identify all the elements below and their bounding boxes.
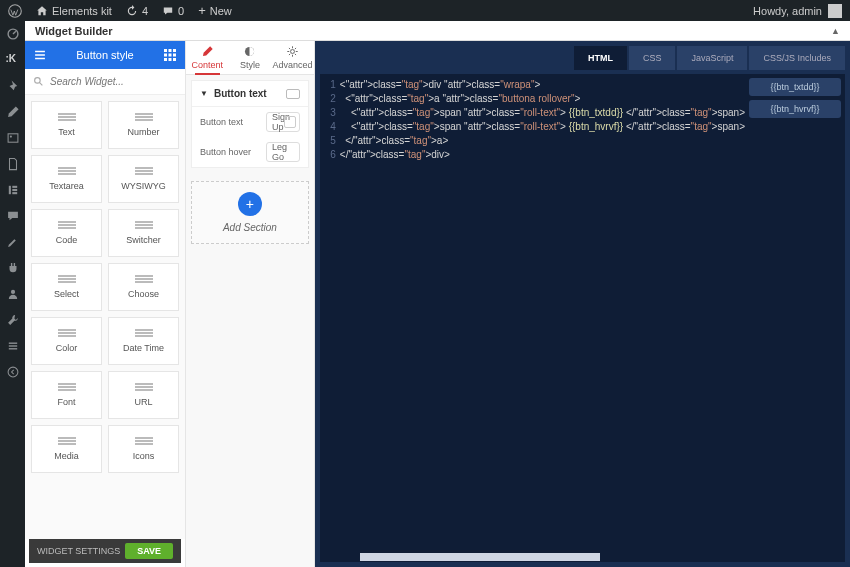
svg-point-8 bbox=[10, 290, 14, 294]
svg-rect-9 bbox=[8, 343, 16, 344]
widget-choose[interactable]: Choose bbox=[108, 263, 179, 311]
nav-tools-icon[interactable] bbox=[6, 313, 20, 327]
caret-down-icon: ▼ bbox=[200, 89, 208, 98]
widget-code[interactable]: Code bbox=[31, 209, 102, 257]
widget-settings-label[interactable]: WIDGET SETTINGS bbox=[37, 546, 120, 556]
widgets-footer: WIDGET SETTINGS SAVE bbox=[29, 539, 181, 563]
svg-rect-18 bbox=[173, 54, 176, 57]
main-area: Widget Builder ▲ Button style TextNumber… bbox=[25, 21, 850, 567]
howdy-text[interactable]: Howdy, admin bbox=[753, 5, 822, 17]
comments-link[interactable]: 0 bbox=[162, 5, 184, 17]
section-header[interactable]: ▼ Button text bbox=[192, 81, 308, 107]
svg-rect-10 bbox=[8, 345, 16, 346]
widget-icons[interactable]: Icons bbox=[108, 425, 179, 473]
widget-switcher[interactable]: Switcher bbox=[108, 209, 179, 257]
code-editor[interactable]: 123456 <"attr">class="tag">div "attr">cl… bbox=[320, 74, 745, 552]
field-input[interactable]: Leg Go bbox=[266, 142, 300, 162]
widget-font[interactable]: Font bbox=[31, 371, 102, 419]
variable-pill[interactable]: {{btn_txtdd}} bbox=[749, 78, 841, 96]
nav-elementor-icon[interactable] bbox=[6, 183, 20, 197]
search-icon bbox=[33, 76, 44, 87]
collapse-icon[interactable]: ▲ bbox=[831, 26, 840, 36]
widget-wysiwyg[interactable]: WYSIWYG bbox=[108, 155, 179, 203]
svg-rect-13 bbox=[164, 49, 167, 52]
tab-style[interactable]: Style bbox=[229, 41, 272, 74]
code-tabs: HTMLCSSJavaScriptCSS/JS Includes bbox=[320, 46, 845, 70]
widget-search bbox=[25, 69, 185, 95]
site-link[interactable]: Elements kit bbox=[36, 5, 112, 17]
svg-rect-6 bbox=[12, 189, 17, 191]
code-tab-javascript[interactable]: JavaScript bbox=[677, 46, 747, 70]
nav-pages-icon[interactable] bbox=[6, 157, 20, 171]
svg-point-3 bbox=[9, 136, 11, 138]
svg-rect-11 bbox=[8, 348, 16, 349]
nav-plugins-icon[interactable] bbox=[6, 261, 20, 275]
config-tabs: ContentStyleAdvanced bbox=[186, 41, 314, 75]
svg-point-12 bbox=[8, 367, 18, 377]
admin-bar: Elements kit 4 0 +New Howdy, admin bbox=[0, 0, 850, 21]
field-input[interactable]: Sign Up bbox=[266, 112, 300, 132]
nav-dashboard-icon[interactable] bbox=[6, 27, 20, 41]
svg-point-0 bbox=[9, 4, 22, 17]
svg-point-24 bbox=[291, 50, 295, 54]
builder-titlebar: Widget Builder ▲ bbox=[25, 21, 850, 41]
nav-ek-icon[interactable]: :K bbox=[6, 53, 20, 67]
code-tab-html[interactable]: HTML bbox=[574, 46, 627, 70]
svg-rect-5 bbox=[12, 186, 17, 188]
new-link[interactable]: +New bbox=[198, 3, 232, 18]
dynamic-icon[interactable] bbox=[284, 116, 296, 128]
config-panel: ContentStyleAdvanced ▼ Button text Butto… bbox=[186, 41, 315, 567]
nav-posts-icon[interactable] bbox=[6, 105, 20, 119]
svg-rect-2 bbox=[8, 134, 18, 142]
widget-media[interactable]: Media bbox=[31, 425, 102, 473]
svg-rect-4 bbox=[8, 186, 10, 194]
widgets-panel: Button style TextNumberTextareaWYSIWYGCo… bbox=[25, 41, 186, 567]
field-button-text: Button textSign Up bbox=[192, 107, 308, 137]
code-tab-css[interactable]: CSS bbox=[629, 46, 676, 70]
section-action-icon[interactable] bbox=[286, 89, 300, 99]
svg-point-22 bbox=[35, 78, 41, 84]
wp-side-nav: :K bbox=[0, 21, 25, 567]
widget-url[interactable]: URL bbox=[108, 371, 179, 419]
add-section-label: Add Section bbox=[223, 222, 277, 233]
variables-list: {{btn_txtdd}}{{btn_hvrvf}} bbox=[745, 74, 845, 552]
horizontal-scrollbar[interactable] bbox=[320, 552, 845, 562]
svg-rect-19 bbox=[164, 58, 167, 61]
updates-link[interactable]: 4 bbox=[126, 5, 148, 17]
menu-icon[interactable] bbox=[33, 48, 47, 62]
grid-icon[interactable] bbox=[163, 48, 177, 62]
svg-rect-16 bbox=[164, 54, 167, 57]
widgets-header-title: Button style bbox=[47, 49, 163, 61]
widget-color[interactable]: Color bbox=[31, 317, 102, 365]
tab-content[interactable]: Content bbox=[186, 41, 229, 74]
variable-pill[interactable]: {{btn_hvrvf}} bbox=[749, 100, 841, 118]
nav-collapse-icon[interactable] bbox=[6, 365, 20, 379]
svg-rect-21 bbox=[173, 58, 176, 61]
widgets-header: Button style bbox=[25, 41, 185, 69]
add-section[interactable]: + Add Section bbox=[191, 181, 309, 244]
nav-comments-icon[interactable] bbox=[6, 209, 20, 223]
nav-media-icon[interactable] bbox=[6, 131, 20, 145]
nav-users-icon[interactable] bbox=[6, 287, 20, 301]
nav-settings-icon[interactable] bbox=[6, 339, 20, 353]
svg-rect-17 bbox=[169, 54, 172, 57]
widget-search-input[interactable] bbox=[50, 76, 177, 87]
plus-icon: + bbox=[238, 192, 262, 216]
svg-rect-14 bbox=[169, 49, 172, 52]
config-section: ▼ Button text Button textSign UpButton h… bbox=[191, 80, 309, 168]
widget-textarea[interactable]: Textarea bbox=[31, 155, 102, 203]
avatar[interactable] bbox=[828, 4, 842, 18]
widget-select[interactable]: Select bbox=[31, 263, 102, 311]
widget-number[interactable]: Number bbox=[108, 101, 179, 149]
widgets-grid: TextNumberTextareaWYSIWYGCodeSwitcherSel… bbox=[25, 95, 185, 539]
code-panel: HTMLCSSJavaScriptCSS/JS Includes 123456 … bbox=[315, 41, 850, 567]
tab-advanced[interactable]: Advanced bbox=[271, 41, 314, 74]
save-button[interactable]: SAVE bbox=[125, 543, 173, 559]
wp-logo-icon[interactable] bbox=[8, 4, 22, 18]
code-tab-css-js-includes[interactable]: CSS/JS Includes bbox=[749, 46, 845, 70]
nav-pin-icon[interactable] bbox=[6, 79, 20, 93]
widget-text[interactable]: Text bbox=[31, 101, 102, 149]
nav-appearance-icon[interactable] bbox=[6, 235, 20, 249]
svg-rect-15 bbox=[173, 49, 176, 52]
widget-date-time[interactable]: Date Time bbox=[108, 317, 179, 365]
